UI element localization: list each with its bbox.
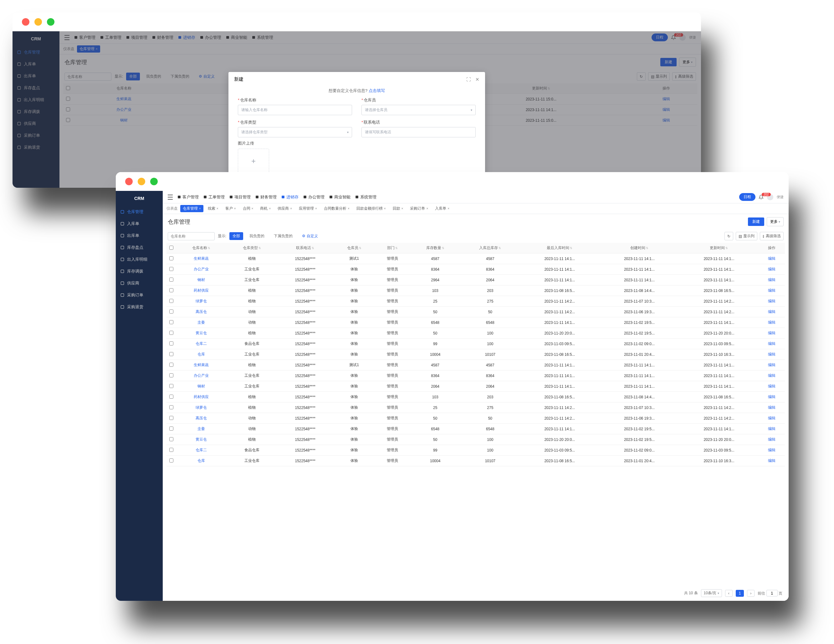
sidebar-item-5[interactable]: 库存调拨	[13, 106, 60, 118]
row-name-link[interactable]: 生鲜果蔬	[194, 363, 209, 367]
row-checkbox[interactable]	[169, 437, 173, 441]
filter-sub[interactable]: 下属负责的	[167, 73, 192, 81]
sidebar-item-0[interactable]: 仓库管理	[116, 206, 163, 218]
window-max-icon[interactable]	[150, 178, 158, 185]
row-checkbox[interactable]	[169, 320, 173, 324]
row-checkbox[interactable]	[169, 256, 173, 260]
col-name[interactable]: 仓库名称	[73, 83, 176, 94]
row-name-link[interactable]: 钢材	[120, 118, 128, 123]
nav-item-2[interactable]: 项目管理	[126, 35, 147, 40]
edit-link[interactable]: 编辑	[768, 416, 776, 420]
col-6[interactable]: 入库总库存⇅	[461, 243, 520, 253]
row-name-link[interactable]: 仓库二	[196, 448, 207, 452]
tab-close-icon[interactable]: ×	[269, 207, 271, 210]
tab-10[interactable]: 采购订单×	[407, 205, 431, 212]
row-name-link[interactable]: 钢材	[197, 278, 205, 282]
row-checkbox[interactable]	[169, 299, 173, 303]
calendar-button[interactable]: 日程	[739, 193, 755, 201]
edit-link[interactable]: 编辑	[768, 458, 776, 463]
sidebar-item-3[interactable]: 库存盘点	[13, 82, 60, 94]
row-checkbox[interactable]	[169, 384, 173, 388]
type-select[interactable]: 请选择仓库类型▾	[238, 127, 352, 137]
name-input[interactable]: 请输入仓库名称	[238, 105, 352, 115]
nav-item-4[interactable]: 进销存	[178, 35, 195, 40]
window-min-icon[interactable]	[34, 18, 42, 26]
nav-item-2[interactable]: 项目管理	[229, 194, 251, 200]
row-name-link[interactable]: 钢材	[197, 384, 205, 388]
col-0[interactable]: 仓库名称⇅	[176, 243, 226, 253]
row-checkbox[interactable]	[169, 352, 173, 356]
edit-link[interactable]: 编辑	[768, 373, 776, 378]
sidebar-item-6[interactable]: 供应商	[116, 277, 163, 289]
tab-3[interactable]: 合同×	[240, 205, 256, 212]
fullscreen-icon[interactable]: ⛶	[466, 77, 471, 82]
tab-close-icon[interactable]: ×	[315, 207, 317, 210]
tab-2[interactable]: 客户×	[223, 205, 238, 212]
sidebar-item-4[interactable]: 出入库明细	[116, 253, 163, 265]
new-button[interactable]: 新建	[660, 58, 677, 66]
row-checkbox[interactable]	[169, 363, 173, 367]
edit-link[interactable]: 编辑	[768, 288, 776, 292]
sidebar-item-7[interactable]: 采购订单	[13, 129, 60, 142]
sidebar-item-8[interactable]: 采购退货	[116, 301, 163, 313]
prev-page-button[interactable]: ‹	[725, 590, 732, 597]
window-min-icon[interactable]	[138, 178, 145, 185]
nav-item-3[interactable]: 财务管理	[152, 35, 173, 40]
page-1-button[interactable]: 1	[736, 590, 744, 597]
row-name-link[interactable]: 圭姜	[197, 320, 205, 324]
edit-link[interactable]: 编辑	[768, 341, 776, 346]
sidebar-item-2[interactable]: 出库单	[13, 70, 60, 82]
window-max-icon[interactable]	[47, 18, 55, 26]
row-checkbox[interactable]	[169, 458, 173, 463]
bell-icon[interactable]: 202	[758, 195, 764, 200]
filter-mine[interactable]: 我负责的	[246, 232, 268, 240]
select-all-checkbox[interactable]	[66, 86, 70, 90]
tab-11[interactable]: 入库单×	[433, 205, 452, 212]
phone-input[interactable]: 请填写联系电话	[362, 127, 476, 137]
tab-4[interactable]: 商机×	[257, 205, 273, 212]
row-name-link[interactable]: 办公产业	[194, 267, 209, 271]
sidebar-item-8[interactable]: 采购退货	[13, 142, 60, 153]
tab-close-icon[interactable]: ×	[384, 207, 386, 210]
tab-1[interactable]: 线索×	[205, 205, 221, 212]
edit-link[interactable]: 编辑	[663, 118, 670, 123]
row-checkbox[interactable]	[169, 448, 173, 452]
col-4[interactable]: 部门⇅	[375, 243, 410, 253]
search-input[interactable]	[168, 232, 215, 240]
tab-close-icon[interactable]: ×	[401, 207, 403, 210]
edit-link[interactable]: 编辑	[768, 278, 776, 282]
row-name-link[interactable]: 仓库	[197, 458, 205, 463]
edit-link[interactable]: 编辑	[768, 437, 776, 442]
modal-tip-link[interactable]: 点击填写	[369, 88, 385, 93]
row-checkbox[interactable]	[169, 395, 173, 399]
sidebar-item-7[interactable]: 采购订单	[116, 289, 163, 301]
row-name-link[interactable]: 黄豆仓	[196, 437, 207, 442]
refresh-button[interactable]: ↻	[637, 72, 646, 81]
more-button[interactable]: 更多 ▾	[767, 217, 784, 226]
row-name-link[interactable]: 生鲜果蔬	[194, 256, 209, 261]
filter-sub[interactable]: 下属负责的	[271, 232, 296, 240]
nav-item-0[interactable]: 客户管理	[177, 194, 199, 200]
edit-link[interactable]: 编辑	[768, 363, 776, 367]
new-button[interactable]: 新建	[748, 218, 764, 226]
col-7[interactable]: 最后入库时间⇅	[520, 243, 600, 253]
row-checkbox[interactable]	[66, 97, 70, 101]
filter-custom[interactable]: ⚙ 自定义	[196, 73, 218, 81]
tab-close-icon[interactable]: ×	[234, 207, 236, 210]
tab-9[interactable]: 回款×	[390, 205, 406, 212]
row-name-link[interactable]: 高压仓	[196, 416, 207, 420]
col-8[interactable]: 创建时间⇅	[600, 243, 679, 253]
sidebar-item-1[interactable]: 入库单	[13, 58, 60, 70]
nav-item-7[interactable]: 系统管理	[355, 194, 377, 200]
nav-item-1[interactable]: 工单管理	[100, 35, 121, 40]
col-10[interactable]: 操作	[759, 243, 785, 253]
tab-close-icon[interactable]: ×	[348, 207, 349, 210]
row-name-link[interactable]: 绿萝仓	[196, 405, 207, 410]
page-size-select[interactable]: 10条/页 ▾	[701, 589, 722, 597]
row-checkbox[interactable]	[66, 107, 70, 111]
row-name-link[interactable]: 高压仓	[196, 310, 207, 314]
row-checkbox[interactable]	[169, 426, 173, 431]
col-2[interactable]: 联系电话⇅	[277, 243, 333, 253]
col-5[interactable]: 库存数量⇅	[410, 243, 461, 253]
keeper-select[interactable]: 请选择仓库员▾	[362, 105, 476, 115]
